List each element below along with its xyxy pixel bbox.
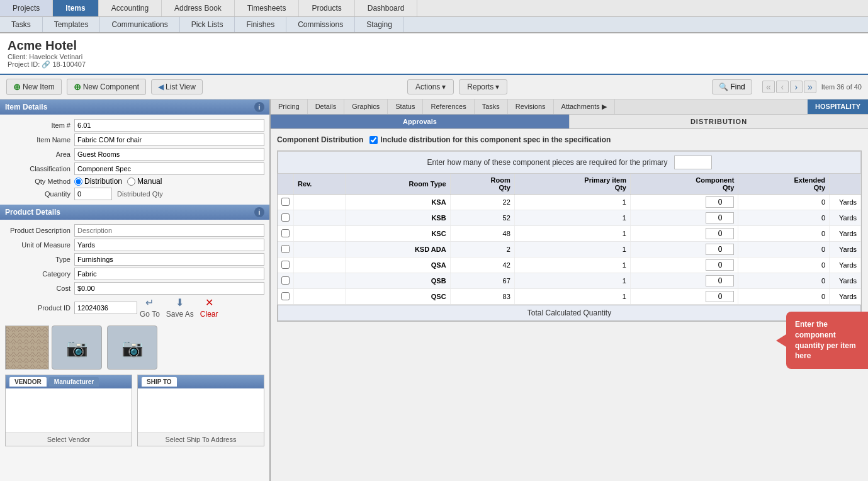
col-unit xyxy=(830,174,861,195)
item-details-info-icon[interactable]: i xyxy=(254,102,264,112)
distribution-table: Rev. Room Type RoomQty Primary itemQty C… xyxy=(278,174,861,305)
image-placeholder-1[interactable]: 📷 xyxy=(52,325,102,370)
distribution-radio-label[interactable]: Distribution xyxy=(74,177,122,186)
nav-products[interactable]: Products xyxy=(299,0,354,16)
reports-dropdown[interactable]: Reports ▾ xyxy=(459,79,507,94)
category-input[interactable] xyxy=(74,268,264,280)
tab-pricing[interactable]: Pricing xyxy=(271,99,308,114)
manual-radio-label[interactable]: Manual xyxy=(127,177,162,186)
tab-tasks[interactable]: Tasks xyxy=(475,99,508,114)
total-label: Total Calculated Quantity xyxy=(527,308,611,317)
next-next-arrow[interactable]: » xyxy=(804,81,816,93)
item-number-input[interactable] xyxy=(74,119,264,132)
tab-references[interactable]: References xyxy=(423,99,474,114)
actions-dropdown[interactable]: Actions ▾ xyxy=(407,79,454,94)
tab-status[interactable]: Status xyxy=(388,99,423,114)
component-qty-input-6[interactable] xyxy=(706,291,734,302)
row-component-qty-4[interactable] xyxy=(630,257,738,273)
component-qty-global-input[interactable] xyxy=(674,156,712,169)
tab-attachments[interactable]: Attachments ▶ xyxy=(554,99,615,114)
row-checkbox-4[interactable] xyxy=(281,261,290,269)
component-qty-input-4[interactable] xyxy=(706,259,734,271)
subnav-communications[interactable]: Communications xyxy=(100,17,179,32)
component-qty-input-5[interactable] xyxy=(706,275,734,286)
nav-dashboard[interactable]: Dashboard xyxy=(355,0,418,16)
distribution-radio[interactable] xyxy=(74,178,82,186)
product-id-input[interactable] xyxy=(74,302,137,314)
row-component-qty-1[interactable] xyxy=(630,210,738,226)
row-component-qty-2[interactable] xyxy=(630,226,738,242)
nav-accounting[interactable]: Accounting xyxy=(99,0,162,16)
row-checkbox-3[interactable] xyxy=(281,245,290,253)
subnav-tasks[interactable]: Tasks xyxy=(0,17,43,32)
select-ship-to-button[interactable]: Select Ship To Address xyxy=(138,433,264,446)
area-input[interactable] xyxy=(74,148,264,161)
image-placeholder-2[interactable]: 📷 xyxy=(107,325,157,370)
row-checkbox-1[interactable] xyxy=(281,213,290,222)
subnav-staging[interactable]: Staging xyxy=(355,17,404,32)
clear-button[interactable]: ✕ Clear xyxy=(200,297,218,319)
row-rev-5 xyxy=(294,273,346,289)
product-details-form: Product Description Unit of Measure Type… xyxy=(0,220,269,323)
row-component-qty-6[interactable] xyxy=(630,289,738,305)
component-qty-input-2[interactable] xyxy=(706,228,734,239)
subnav-finishes[interactable]: Finishes xyxy=(235,17,286,32)
subtab-approvals[interactable]: Approvals xyxy=(271,115,570,128)
quantity-input[interactable] xyxy=(74,188,112,200)
clear-icon: ✕ xyxy=(205,297,213,308)
item-number-row: Item # xyxy=(5,119,264,132)
find-button[interactable]: 🔍 Find xyxy=(712,79,752,94)
next-arrow[interactable]: › xyxy=(790,81,803,93)
ship-to-tab[interactable]: SHIP TO xyxy=(142,377,177,387)
tab-revisions[interactable]: Revisions xyxy=(508,99,554,114)
vendor-tab[interactable]: VENDOR xyxy=(9,377,47,387)
row-component-qty-0[interactable] xyxy=(630,195,738,210)
prev-arrow[interactable]: ‹ xyxy=(776,81,789,93)
item-number-label: Item # xyxy=(5,122,74,129)
prev-prev-arrow[interactable]: « xyxy=(762,81,775,93)
item-name-input[interactable] xyxy=(74,133,264,146)
subnav-templates[interactable]: Templates xyxy=(43,17,101,32)
product-thumbnail[interactable] xyxy=(5,325,49,370)
row-checkbox-2[interactable] xyxy=(281,229,290,237)
component-qty-input-3[interactable] xyxy=(706,244,734,255)
row-room-type-6: QSC xyxy=(345,289,450,305)
nav-address-book[interactable]: Address Book xyxy=(162,0,235,16)
sub-tabs: Approvals DISTRIBUTION xyxy=(271,115,868,129)
list-view-button[interactable]: ◀ List View xyxy=(151,79,203,94)
nav-items[interactable]: Items xyxy=(53,0,98,16)
save-as-button[interactable]: ⬇ Save As xyxy=(166,297,194,319)
row-checkbox-5[interactable] xyxy=(281,276,290,285)
cost-input[interactable] xyxy=(74,282,264,295)
select-vendor-button[interactable]: Select Vendor xyxy=(6,433,132,446)
manual-radio[interactable] xyxy=(127,178,135,186)
row-checkbox-6[interactable] xyxy=(281,292,290,300)
new-item-button[interactable]: ⊕ New Item xyxy=(6,79,62,95)
subnav-picklists[interactable]: Pick Lists xyxy=(180,17,235,32)
quantity-row: Quantity Distributed Qty xyxy=(5,188,264,200)
classification-input[interactable] xyxy=(74,162,264,175)
include-distribution-checkbox[interactable] xyxy=(369,136,378,144)
new-component-button[interactable]: ⊕ New Component xyxy=(67,79,146,95)
tab-graphics[interactable]: Graphics xyxy=(344,99,388,114)
go-to-button[interactable]: ↵ Go To xyxy=(140,297,160,319)
col-room-qty: RoomQty xyxy=(450,174,514,195)
component-qty-input-0[interactable] xyxy=(706,196,734,208)
nav-timesheets[interactable]: Timesheets xyxy=(235,0,300,16)
uom-input[interactable] xyxy=(74,239,264,251)
description-input[interactable] xyxy=(74,224,264,237)
type-input[interactable] xyxy=(74,253,264,266)
row-component-qty-5[interactable] xyxy=(630,273,738,289)
left-panel: Item Details i Item # Item Name Area Cla… xyxy=(0,99,271,481)
project-id: Project ID: 🔗 18-100407 xyxy=(8,60,860,69)
component-qty-input-1[interactable] xyxy=(706,212,734,224)
tab-hospitality[interactable]: HOSPITALITY xyxy=(808,99,868,114)
row-component-qty-3[interactable] xyxy=(630,242,738,257)
tab-details[interactable]: Details xyxy=(308,99,345,114)
subnav-commissions[interactable]: Commissions xyxy=(286,17,355,32)
row-checkbox-0[interactable] xyxy=(281,198,290,206)
nav-projects[interactable]: Projects xyxy=(0,0,53,16)
subtab-distribution[interactable]: DISTRIBUTION xyxy=(570,115,868,128)
product-details-info-icon[interactable]: i xyxy=(254,207,264,217)
manufacturer-tab[interactable]: Manufacturer xyxy=(49,377,99,387)
